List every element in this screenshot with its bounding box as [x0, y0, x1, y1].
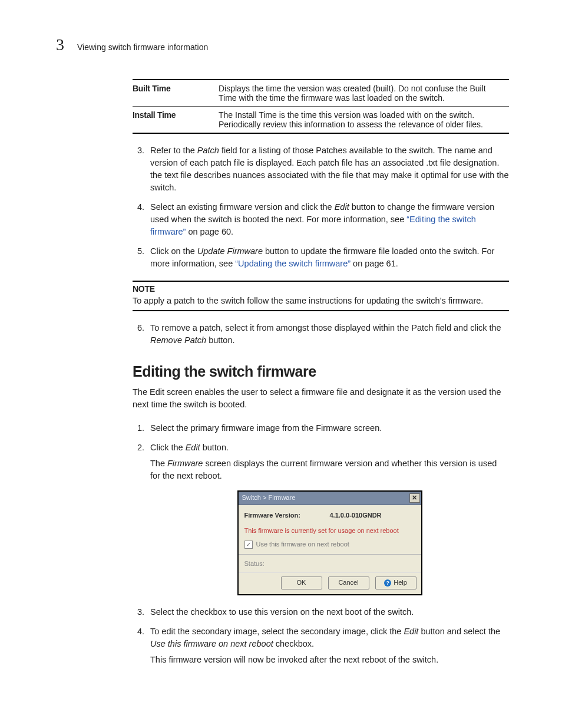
step-d4-sub: This firmware version will now be invoke… [150, 654, 509, 666]
step-em: Edit [186, 443, 200, 452]
step-text: Select an existing firmware version and … [150, 202, 335, 212]
checkbox-icon[interactable]: ✓ [244, 541, 253, 549]
note-block: NOTE To apply a patch to the switch foll… [133, 281, 509, 311]
step-text: Click the [150, 443, 186, 452]
dialog-body: Firmware Version: 4.1.0.0-010GNDR This f… [239, 505, 421, 556]
step-c2-sub: The Firmware screen displays the current… [150, 457, 509, 482]
step-c1: Select the primary firmware image from t… [147, 422, 509, 434]
step-d4: To edit the secondary image, select the … [147, 625, 509, 666]
status-label: Status: [239, 556, 421, 572]
step-6: To remove a patch, select it from amongs… [147, 322, 509, 347]
info-desc-install-time: The Install Time is the time this versio… [219, 107, 509, 134]
step-em: Firmware [167, 459, 203, 468]
page: 3 Viewing switch firmware information Bu… [0, 0, 562, 728]
info-table: Built Time Displays the time the version… [133, 79, 509, 134]
firmware-version-row: Firmware Version: 4.1.0.0-010GNDR [244, 511, 415, 521]
running-header: 3 Viewing switch firmware information [56, 35, 208, 54]
note-title: NOTE [133, 284, 509, 294]
section-intro: The Edit screen enables the user to sele… [133, 386, 509, 411]
table-row: Install Time The Install Time is the tim… [133, 107, 509, 134]
checkbox-label: Use this firmware on next reboot [256, 540, 349, 549]
use-on-next-reboot-checkbox[interactable]: ✓ Use this firmware on next reboot [244, 540, 415, 549]
step-4: Select an existing firmware version and … [147, 201, 509, 238]
step-text: Refer to the [150, 146, 197, 155]
section-title: Editing the switch firmware [133, 363, 509, 380]
step-em: Patch [197, 146, 219, 155]
table-row: Built Time Displays the time the version… [133, 80, 509, 107]
step-text: The [150, 459, 167, 468]
steps-a: Refer to the Patch field for a listing o… [133, 144, 509, 270]
step-em: Update Firmware [197, 246, 263, 256]
step-3: Refer to the Patch field for a listing o… [147, 144, 509, 194]
info-desc-built-time: Displays the time the version was create… [219, 80, 509, 107]
firmware-version-value: 4.1.0.0-010GNDR [330, 511, 382, 521]
step-text: checkbox. [273, 639, 314, 648]
step-text: Select the primary firmware image from t… [150, 423, 382, 433]
dialog-separator [239, 554, 421, 555]
firmware-version-label: Firmware Version: [244, 511, 330, 521]
step-em: Edit [404, 627, 418, 636]
chapter-number: 3 [56, 35, 64, 54]
firmware-dialog: Switch > Firmware ✕ Firmware Version: 4.… [237, 490, 422, 596]
step-em: Edit [335, 202, 349, 212]
dialog-titlebar: Switch > Firmware ✕ [239, 492, 421, 505]
step-5: Click on the Update Firmware button to u… [147, 245, 509, 270]
step-text: button. [200, 443, 229, 452]
cancel-button[interactable]: Cancel [328, 577, 369, 589]
xref-updating-firmware[interactable]: “Updating the switch firmware” [235, 259, 351, 268]
steps-c: Select the primary firmware image from t… [133, 422, 509, 596]
help-button[interactable]: ? Help [375, 577, 416, 589]
step-d3: Select the checkbox to use this version … [147, 606, 509, 618]
info-label-built-time: Built Time [133, 80, 219, 107]
header-title: Viewing switch firmware information [77, 42, 208, 52]
note-body: To apply a patch to the switch follow th… [133, 295, 509, 307]
step-c2: Click the Edit button. The Firmware scre… [147, 442, 509, 596]
step-text: button. [206, 335, 234, 345]
dialog-button-bar: OK Cancel ? Help [239, 572, 421, 594]
dialog-notice: This firmware is currently set for usage… [244, 526, 415, 536]
steps-b: To remove a patch, select it from amongs… [133, 322, 509, 347]
step-text: screen displays the current firmware ver… [150, 459, 497, 480]
help-button-label: Help [394, 578, 407, 588]
step-text: To remove a patch, select it from amongs… [150, 323, 501, 332]
step-text: button and select the [418, 627, 500, 636]
info-label-install-time: Install Time [133, 107, 219, 134]
step-text: To edit the secondary image, select the … [150, 627, 404, 636]
step-text: Click on the [150, 246, 197, 256]
step-text: Select the checkbox to use this version … [150, 607, 414, 617]
close-icon[interactable]: ✕ [409, 493, 420, 503]
help-icon: ? [384, 579, 391, 587]
step-em: Use this firmware on next reboot [150, 639, 273, 648]
dialog-figure: Switch > Firmware ✕ Firmware Version: 4.… [150, 490, 509, 596]
step-text: on page 61. [351, 259, 398, 268]
steps-d: Select the checkbox to use this version … [133, 606, 509, 666]
dialog-title: Switch > Firmware [242, 493, 296, 503]
step-em: Remove Patch [150, 335, 206, 345]
step-text: on page 60. [186, 227, 233, 236]
content-column: Built Time Displays the time the version… [133, 37, 509, 666]
ok-button[interactable]: OK [281, 577, 322, 589]
